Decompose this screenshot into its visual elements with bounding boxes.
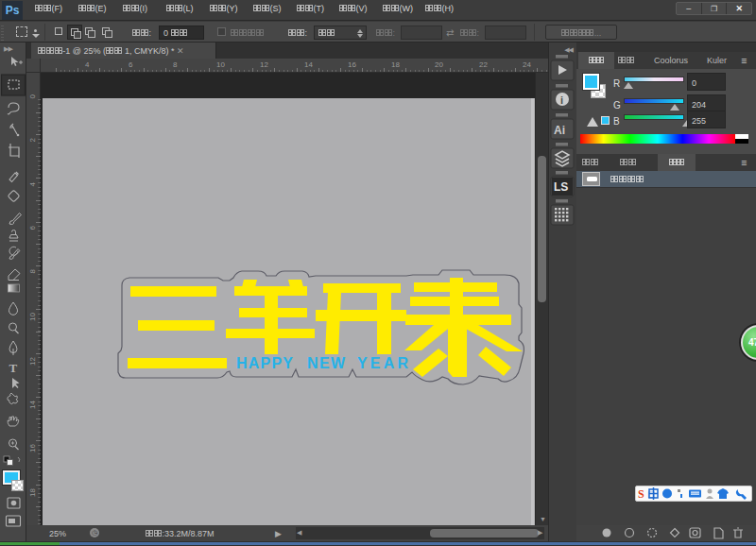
svg-text:i: i xyxy=(560,94,563,106)
svg-text:T: T xyxy=(9,361,18,375)
svg-text:YEAR: YEAR xyxy=(357,355,409,371)
svg-text:LS: LS xyxy=(554,180,568,194)
svg-text:S: S xyxy=(638,487,644,501)
svg-text:Ai: Ai xyxy=(554,124,565,137)
svg-text:NEW: NEW xyxy=(307,355,346,371)
svg-text:HAPPY: HAPPY xyxy=(236,355,294,371)
